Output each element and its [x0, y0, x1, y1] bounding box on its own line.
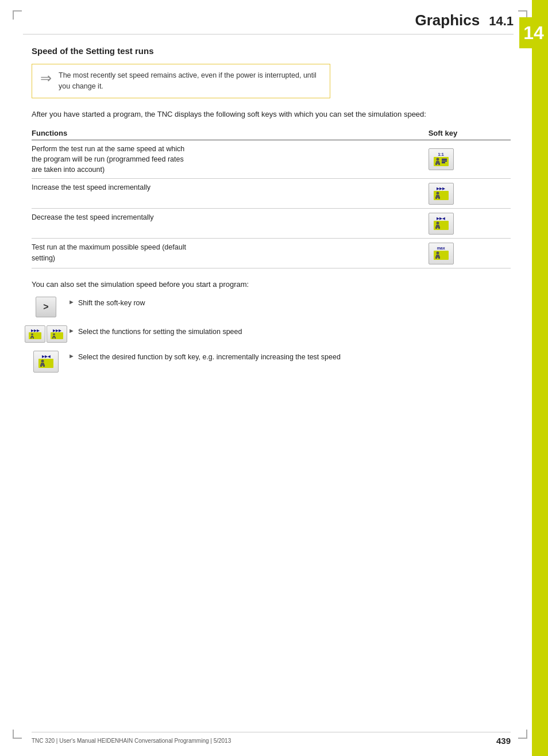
- svg-point-9: [436, 192, 439, 195]
- table-row: Test run at the maximum possible speed (…: [32, 239, 511, 268]
- softkey-mini-fig: [29, 332, 41, 339]
- softkey-figure: [433, 190, 449, 201]
- page-number: 439: [496, 736, 511, 746]
- svg-rect-3: [435, 163, 437, 165]
- step-bullet-icon: ►: [68, 327, 75, 334]
- page-header: Graphics 14.1: [23, 11, 514, 34]
- intro-text: After you have started a program, the TN…: [32, 109, 511, 120]
- table-cell-description: Test run at the maximum possible speed (…: [32, 239, 423, 268]
- table-cell-description: Decrease the test speed incrementally: [32, 209, 423, 239]
- chapter-tab: 14: [519, 17, 548, 48]
- svg-rect-5: [442, 159, 447, 160]
- step-bullet-icon: ►: [68, 298, 75, 305]
- svg-rect-17: [438, 227, 440, 229]
- softkey-icon-decrease: ▶▶◀: [429, 213, 454, 235]
- softkey-icon-select2: ▶▶▶: [47, 325, 67, 343]
- double-softkey-icon: ▶▶▶ ▶▶▶: [25, 325, 67, 343]
- col-header-functions: Functions: [32, 126, 423, 140]
- step-icon-col: ▶▶▶ ▶▶▶: [32, 325, 60, 343]
- svg-point-34: [41, 360, 44, 363]
- step-text: Shift the soft-key row: [78, 298, 145, 308]
- step-text: Select the desired function by soft key,…: [78, 352, 341, 362]
- softkey-icon-max: max: [429, 243, 454, 264]
- footer-text: TNC 320 | User's Manual HEIDENHAIN Conve…: [32, 738, 231, 744]
- step-item: ▶▶◀ ► Select the desired function by sof…: [32, 351, 511, 373]
- svg-rect-21: [435, 256, 437, 259]
- softkey-figure: [38, 358, 54, 369]
- softkey-figure: [433, 220, 449, 231]
- step-item: ▶▶▶ ▶▶▶: [32, 325, 511, 343]
- right-accent-bar: [532, 0, 548, 756]
- svg-rect-27: [33, 337, 34, 339]
- step-text-col: ► Select the functions for setting the s…: [68, 325, 242, 337]
- note-text: The most recently set speed remains acti…: [59, 70, 322, 92]
- table-cell-description: Perform the test run at the same speed a…: [32, 140, 423, 179]
- corner-mark-top-left: [13, 10, 22, 20]
- corner-mark-bottom-right: [518, 730, 527, 739]
- col-header-softkey: Soft key: [423, 126, 511, 140]
- svg-point-1: [436, 158, 439, 160]
- svg-rect-26: [30, 337, 32, 339]
- softkey-icon-select-fn: ▶▶◀: [33, 351, 59, 373]
- note-box: ⇒ The most recently set speed remains ac…: [32, 64, 330, 98]
- svg-rect-16: [435, 227, 437, 229]
- svg-rect-11: [435, 197, 437, 199]
- table-row: Perform the test run at the same speed a…: [32, 140, 511, 179]
- chapter-number: 14: [523, 24, 544, 42]
- table-cell-softkey: 1:1: [423, 140, 511, 179]
- page-footer: TNC 320 | User's Manual HEIDENHAIN Conve…: [32, 732, 511, 746]
- svg-rect-36: [40, 364, 42, 367]
- svg-rect-37: [43, 364, 45, 367]
- table-cell-softkey: ▶▶◀: [423, 209, 511, 239]
- steps-intro-text: You can also set the simulation speed be…: [32, 279, 511, 290]
- svg-rect-6: [442, 160, 447, 162]
- svg-rect-22: [438, 256, 440, 259]
- corner-mark-bottom-left: [13, 730, 22, 739]
- softkey-figure: [433, 156, 449, 167]
- steps-section: > ► Shift the soft-key row ▶▶▶: [32, 297, 511, 373]
- functions-table: Functions Soft key Perform the test run …: [32, 126, 511, 268]
- note-arrow-icon: ⇒: [40, 71, 52, 85]
- table-row: Decrease the test speed incrementally ▶▶…: [32, 209, 511, 239]
- table-cell-description: Increase the test speed incrementally: [32, 179, 423, 209]
- table-cell-softkey: ▶▶▶: [423, 179, 511, 209]
- softkey-icon-increase: ▶▶▶: [429, 183, 454, 205]
- step-text: Select the functions for setting the sim…: [78, 327, 242, 337]
- step-item: > ► Shift the soft-key row: [32, 297, 511, 317]
- step-icon-col: ▶▶◀: [32, 351, 60, 373]
- step-text-col: ► Select the desired function by soft ke…: [68, 351, 341, 362]
- table-row: Increase the test speed incrementally ▶▶…: [32, 179, 511, 209]
- header-title: Graphics: [415, 11, 480, 29]
- softkey-figure: [433, 250, 449, 260]
- svg-rect-31: [52, 337, 53, 339]
- svg-point-29: [53, 333, 55, 336]
- header-section: 14.1: [489, 14, 514, 29]
- softkey-icon-1to1: 1:1: [429, 148, 454, 170]
- table-cell-softkey: max: [423, 239, 511, 268]
- shift-key-icon: >: [36, 297, 56, 317]
- softkey-mini-fig: [51, 332, 63, 339]
- svg-point-14: [436, 222, 439, 225]
- step-icon-col: >: [32, 297, 60, 317]
- svg-point-19: [436, 252, 439, 255]
- svg-rect-12: [438, 197, 440, 199]
- svg-point-24: [31, 333, 33, 336]
- step-text-col: ► Shift the soft-key row: [68, 297, 145, 308]
- svg-rect-7: [442, 162, 445, 163]
- main-content: Speed of the Setting test runs ⇒ The mos…: [32, 46, 511, 381]
- softkey-icon-select1: ▶▶▶: [25, 325, 45, 343]
- step-bullet-icon: ►: [68, 352, 75, 359]
- svg-rect-4: [438, 163, 440, 165]
- svg-rect-32: [55, 337, 56, 339]
- section-title: Speed of the Setting test runs: [32, 46, 511, 56]
